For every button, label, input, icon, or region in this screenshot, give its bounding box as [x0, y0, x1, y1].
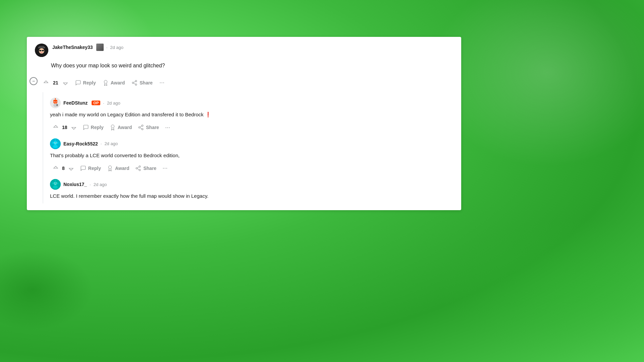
feed-reply-label: Reply — [91, 125, 104, 130]
svg-point-27 — [142, 128, 144, 130]
jake-timestamp: 2d ago — [110, 45, 123, 50]
easy-downvote[interactable] — [65, 163, 77, 173]
easy-reply-icon — [80, 165, 86, 171]
feed-actions: 18 Reply — [50, 122, 453, 133]
svg-point-10 — [136, 84, 137, 85]
reply-icon — [75, 80, 81, 86]
svg-point-56 — [56, 183, 56, 183]
svg-point-33 — [55, 139, 56, 140]
nox-timestamp: 2d ago — [94, 182, 107, 187]
svg-line-28 — [140, 128, 142, 129]
easy-username: Easy-Rock5522 — [63, 141, 98, 146]
svg-point-26 — [139, 127, 141, 128]
feed-more-button[interactable]: ··· — [162, 122, 173, 133]
svg-point-25 — [142, 125, 144, 127]
nox-header: Noxius17_ · 2d ago — [50, 179, 453, 190]
feed-body-text: yeah i made my world on Legacy Edition a… — [50, 112, 211, 117]
minus-icon: − — [32, 78, 35, 84]
svg-rect-2 — [39, 46, 44, 48]
downvote-icon — [62, 80, 68, 86]
svg-rect-15 — [53, 100, 57, 101]
easy-dot: · — [101, 141, 102, 146]
feed-award-button[interactable]: Award — [107, 122, 135, 132]
feed-dot: · — [103, 101, 104, 106]
replies-area: FeeDStunz OP · 2d ago yeah i made my wor… — [43, 92, 453, 203]
svg-point-52 — [57, 182, 58, 184]
feed-upvote-icon — [53, 124, 59, 130]
downvote-button[interactable] — [60, 78, 71, 88]
feed-dots: ··· — [165, 124, 170, 131]
easy-share-label: Share — [143, 166, 156, 171]
svg-point-44 — [139, 169, 141, 171]
easy-upvote[interactable] — [50, 163, 61, 173]
dot-sep: · — [106, 45, 108, 50]
svg-point-51 — [52, 182, 54, 184]
svg-point-21 — [56, 102, 56, 102]
more-dots: ··· — [159, 79, 164, 86]
easy-downvote-icon — [68, 165, 74, 171]
easy-share-button[interactable]: Share — [132, 163, 159, 173]
easy-more-button[interactable]: ··· — [160, 163, 170, 174]
easy-actions: 8 Reply — [50, 163, 453, 174]
feed-award-label: Award — [118, 125, 132, 130]
feed-username: FeeDStunz — [63, 100, 88, 106]
top-share-button[interactable]: Share — [129, 78, 155, 88]
svg-point-50 — [55, 180, 56, 181]
easy-timestamp: 2d ago — [104, 141, 118, 146]
easy-dots: ··· — [162, 165, 167, 172]
easy-header: Easy-Rock5522 · 2d ago — [50, 138, 453, 149]
nox-body: LCE world. I remember exactly how the fu… — [50, 192, 453, 200]
feed-share-button[interactable]: Share — [135, 122, 162, 132]
nox-username: Noxius17_ — [63, 182, 87, 187]
easy-award-button[interactable]: Award — [104, 163, 132, 173]
comment-card: JakeTheSnakey33 · 2d ago Why does your m… — [27, 37, 461, 210]
easy-avatar — [50, 138, 61, 149]
svg-rect-5 — [42, 50, 44, 51]
feed-reply-icon — [83, 124, 89, 130]
feed-share-label: Share — [146, 125, 159, 130]
easy-upvote-icon — [53, 165, 59, 171]
jake-header-info: JakeTheSnakey33 · 2d ago — [52, 44, 123, 51]
feed-timestamp: 2d ago — [107, 101, 120, 106]
svg-point-39 — [56, 142, 56, 142]
svg-point-57 — [53, 185, 58, 189]
nox-body-text: LCE world. I remember exactly how the fu… — [50, 193, 208, 199]
svg-point-41 — [108, 166, 111, 169]
top-comment-header: JakeTheSnakey33 · 2d ago — [27, 37, 461, 57]
feed-downvote[interactable] — [68, 122, 79, 132]
easy-body: That's probably a LCE world converted to… — [50, 152, 453, 160]
top-award-label: Award — [111, 80, 125, 85]
feed-op-badge: OP — [92, 101, 100, 105]
top-reply-button[interactable]: Reply — [72, 78, 99, 88]
top-award-button[interactable]: Award — [100, 78, 128, 88]
easy-reply-button[interactable]: Reply — [77, 163, 104, 173]
top-share-label: Share — [140, 80, 153, 85]
feed-award-icon — [110, 124, 116, 130]
upvote-button[interactable] — [40, 78, 52, 88]
svg-point-9 — [132, 82, 134, 83]
feed-vote-count: 18 — [62, 125, 67, 130]
svg-point-40 — [53, 145, 58, 148]
top-more-button[interactable]: ··· — [157, 77, 167, 88]
jake-name-time: JakeTheSnakey33 · 2d ago — [52, 44, 123, 51]
feed-reply-button[interactable]: Reply — [80, 122, 106, 132]
top-comment-body: Why does your map look so weird and glit… — [51, 62, 453, 70]
nox-dot: · — [90, 182, 91, 187]
feed-downvote-icon — [71, 124, 77, 130]
svg-point-34 — [52, 142, 54, 144]
reply-easyrock: Easy-Rock5522 · 2d ago That's probably a… — [50, 133, 453, 174]
feed-body: yeah i made my world on Legacy Edition a… — [50, 111, 453, 119]
top-comment-action-bar: 21 Reply Award — [40, 77, 167, 88]
top-reply-label: Reply — [83, 80, 96, 85]
upvote-icon — [43, 80, 49, 86]
svg-point-42 — [139, 166, 141, 167]
share-icon — [131, 80, 138, 86]
award-icon — [103, 80, 109, 86]
easy-vote-count: 8 — [62, 166, 65, 171]
svg-line-46 — [138, 167, 139, 168]
svg-point-55 — [54, 183, 55, 183]
feed-upvote[interactable] — [50, 122, 61, 132]
collapse-button[interactable]: − — [30, 77, 38, 85]
svg-point-8 — [136, 80, 137, 82]
reply-noxius: Noxius17_ · 2d ago LCE world. I remember… — [50, 174, 453, 200]
